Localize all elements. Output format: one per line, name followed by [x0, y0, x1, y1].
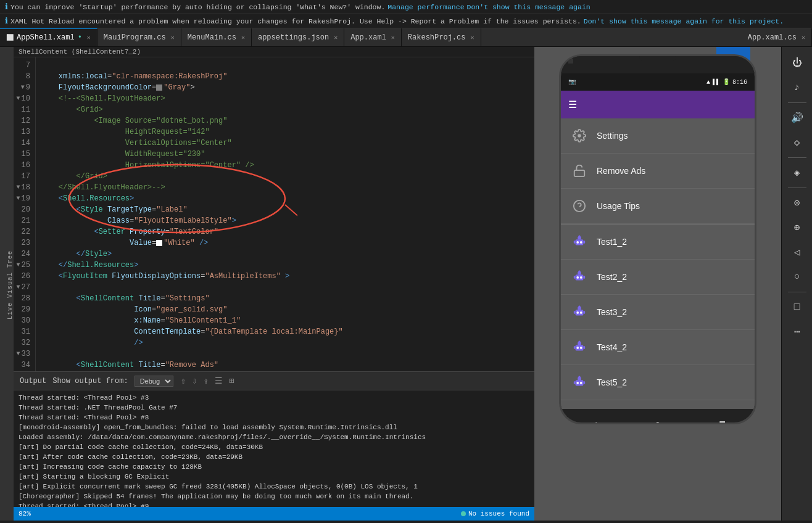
fold-icon-27[interactable]: ▼: [17, 282, 20, 293]
output-line: [art] Do partial code cache collection, …: [19, 442, 529, 452]
output-line: [art] Starting a blocking GC Explicit: [19, 472, 529, 482]
tab-close-2[interactable]: ✕: [241, 34, 245, 41]
phone-menu-item[interactable]: Test1_2: [561, 224, 755, 260]
tab-label-4: App.xaml: [350, 33, 386, 42]
phone-menu-content[interactable]: Settings Remove Ads Usage Tips Test1_2: [561, 118, 755, 409]
tab-label-1: MauiProgram.cs: [104, 33, 166, 42]
tab-appxamlcs[interactable]: App.xaml.cs ✕: [742, 28, 812, 46]
menu-item-label: Test2_2: [597, 272, 627, 282]
svg-point-38: [579, 340, 581, 342]
fold-icon-33[interactable]: ▼: [17, 348, 20, 360]
output-source-select[interactable]: Debug: [135, 376, 173, 387]
svg-point-18: [580, 276, 582, 279]
output-toolbar-btn-5[interactable]: ⊞: [228, 374, 235, 387]
svg-rect-28: [583, 311, 585, 314]
status-left: 82%: [19, 510, 31, 517]
back-nav-btn[interactable]: ◀: [590, 418, 597, 424]
tab-close-0[interactable]: ✕: [87, 34, 91, 41]
tab-rakeshproj[interactable]: RakeshProj.cs ✕: [402, 28, 481, 46]
svg-point-14: [579, 235, 581, 237]
phone-status-left: 📷: [568, 78, 576, 86]
svg-rect-27: [574, 311, 576, 314]
tab-appxaml[interactable]: App.xaml ✕: [344, 28, 402, 46]
output-panel: Output Show output from: Debug ⇧ ⇩ ⇪ ☰ ⊞…: [14, 371, 534, 507]
tab-close-6[interactable]: ✕: [802, 34, 805, 41]
more-icon[interactable]: ⋯: [786, 321, 808, 343]
output-line: [art] Explicit concurrent mark sweep GC …: [19, 482, 529, 492]
menu-item-icon: [571, 303, 588, 321]
tag-icon[interactable]: ◈: [786, 162, 808, 184]
code-editor[interactable]: xmlns:local="clr-namespace:RakeshProj" F…: [36, 57, 534, 371]
output-toolbar-btn-2[interactable]: ⇩: [191, 374, 198, 387]
circle-icon[interactable]: ○: [786, 266, 808, 288]
output-line: Thread started: <Thread Pool> #9: [19, 501, 529, 507]
phone-top-area: [561, 56, 755, 73]
fold-icon-25[interactable]: ▼: [17, 260, 20, 271]
hamburger-icon[interactable]: ☰: [568, 99, 577, 111]
tab-label-3: appsettings.json: [258, 33, 329, 42]
square-icon[interactable]: □: [786, 296, 808, 318]
tab-close-1[interactable]: ✕: [171, 34, 175, 41]
phone-time: 8:16: [732, 79, 747, 86]
perf-notification: ℹ You can improve 'Startup' performance …: [0, 0, 812, 14]
tab-appsettings[interactable]: appsettings.json ✕: [252, 28, 344, 46]
code-container: 7 8 ▼9 ▼10 11 12 13 14 15 16 17 ▼18 ▼19 …: [14, 57, 534, 371]
phone-menu-item[interactable]: Test2_2: [561, 260, 755, 295]
camera-icon[interactable]: ⊙: [786, 192, 808, 214]
output-toolbar-btn-3[interactable]: ⇪: [202, 374, 210, 387]
diamond-icon[interactable]: ◇: [786, 131, 808, 154]
phone-menu-item[interactable]: Test6_2: [561, 400, 755, 409]
toolbar-separator: [788, 157, 806, 158]
signal-icon: ▌▌: [713, 79, 720, 86]
phone-menu-item[interactable]: Usage Tips: [561, 189, 755, 224]
svg-point-33: [576, 347, 579, 349]
menu-item-label: Usage Tips: [597, 201, 640, 211]
output-line: [monodroid-assembly] open_from_bundles: …: [19, 422, 529, 432]
tab-close-4[interactable]: ✕: [391, 34, 395, 41]
info-icon-1: ℹ: [5, 2, 8, 12]
no-issues-badge: No issues found: [461, 510, 529, 517]
manage-performance-link[interactable]: Manage performance: [387, 3, 464, 11]
phone-status-bar: 📷 ▲ ▌▌ 🔋 8:16: [561, 73, 755, 91]
svg-rect-44: [583, 381, 585, 384]
tab-maiuprogram[interactable]: MauiProgram.cs ✕: [97, 28, 181, 46]
phone-wrapper: 📷 ▲ ▌▌ 🔋 8:16 ☰: [559, 49, 756, 429]
speaker-icon[interactable]: 🔊: [786, 107, 808, 129]
output-toolbar-btn-4[interactable]: ☰: [213, 374, 224, 387]
phone-menu-item[interactable]: Test4_2: [561, 330, 755, 365]
fold-icon-19[interactable]: ▼: [17, 193, 20, 204]
phone-menu-item[interactable]: Remove Ads: [561, 154, 755, 189]
phone-status-icons: ▲ ▌▌ 🔋 8:16: [706, 78, 747, 86]
search-zoom-icon[interactable]: ⊕: [786, 216, 808, 239]
fold-icon-18[interactable]: ▼: [17, 182, 20, 193]
tab-label-6: App.xaml.cs: [748, 33, 797, 42]
phone-frame: 📷 ▲ ▌▌ 🔋 8:16 ☰: [559, 54, 756, 424]
tab-appshell-xaml[interactable]: ⬜ AppShell.xaml • ✕: [0, 28, 97, 46]
fold-icon-10[interactable]: ▼: [17, 93, 20, 104]
back-arrow-icon[interactable]: ◁: [786, 241, 808, 263]
home-nav-btn[interactable]: ●: [655, 418, 661, 424]
menu-item-label: Remove Ads: [597, 166, 645, 176]
phone-nav-bar: ◀ ● ■: [561, 409, 755, 424]
output-line: Thread started: <Thread Pool> #3: [19, 393, 529, 403]
output-line: [art] After code cache collection, code=…: [19, 452, 529, 462]
main-layout: Live Visual Tree ShellContent (ShellCont…: [0, 47, 812, 521]
dont-show-project-link[interactable]: Don't show this message again for this p…: [584, 17, 784, 25]
phone-menu-item[interactable]: Settings: [561, 118, 755, 154]
tab-close-5[interactable]: ✕: [470, 34, 474, 41]
toolbar-separator: [788, 292, 806, 292]
phone-menu-item[interactable]: Test3_2: [561, 295, 755, 330]
dont-show-link-1[interactable]: Don't show this message again: [467, 3, 590, 11]
phone-menu-item[interactable]: Test5_2: [561, 365, 755, 400]
tab-close-3[interactable]: ✕: [334, 34, 338, 41]
power-icon[interactable]: ⏻: [786, 52, 808, 74]
output-toolbar-btn-1[interactable]: ⇧: [180, 374, 187, 387]
live-visual-tree-label[interactable]: Live Visual Tree: [7, 248, 14, 322]
fold-icon-9[interactable]: ▼: [21, 82, 25, 93]
breadcrumb-text: ShellContent (ShellContent7_2): [19, 48, 141, 56]
issues-text: No issues found: [468, 510, 529, 517]
recents-nav-btn[interactable]: ■: [719, 418, 726, 424]
tab-menumain[interactable]: MenuMain.cs ✕: [181, 28, 252, 46]
menu-item-icon: [571, 162, 588, 179]
volume-icon[interactable]: ♪: [786, 76, 808, 99]
